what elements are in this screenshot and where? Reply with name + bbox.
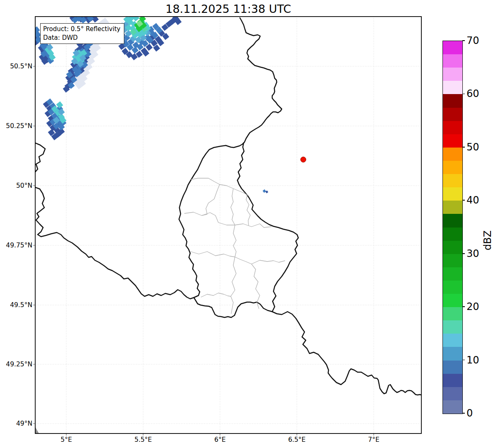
colorbar-segment [443, 160, 462, 174]
colorbar-segment [443, 187, 462, 201]
y-tick-label: 49.5°N [0, 301, 32, 309]
colorbar-segment [443, 360, 462, 374]
y-tick-label: 49.75°N [0, 242, 32, 249]
colorbar-segment [443, 147, 462, 161]
colorbar-tick-mark [462, 413, 465, 414]
colorbar-segment [443, 121, 462, 134]
colorbar-tick-mark [462, 40, 465, 41]
colorbar-segment [443, 201, 462, 214]
x-tick-label: 6.5°E [288, 436, 305, 443]
colorbar-segment [443, 174, 462, 188]
colorbar-segment [443, 240, 462, 254]
colorbar-segment [443, 41, 462, 55]
colorbar-segment [443, 107, 462, 121]
colorbar-segment [443, 334, 462, 347]
colorbar-tick-label: 0 [467, 407, 473, 419]
colorbar-segment [443, 267, 462, 281]
colorbar-tick-label: 40 [467, 194, 479, 206]
x-tick-label: 5°E [60, 436, 72, 443]
radar-figure: 18.11.2025 11:38 UTC [0, 0, 498, 448]
colorbar-tick-mark [462, 360, 465, 361]
y-tick-label: 49°N [0, 420, 32, 427]
colorbar-segment [443, 134, 462, 148]
colorbar-segment [443, 347, 462, 361]
colorbar-tick-label: 10 [467, 354, 479, 366]
colorbar [442, 41, 463, 414]
colorbar-tick-label: 60 [467, 88, 479, 99]
colorbar-tick-label: 50 [467, 141, 479, 153]
radar-site-marker [301, 157, 306, 162]
colorbar-segment [443, 227, 462, 241]
y-tick-label: 49.25°N [0, 361, 32, 368]
colorbar-tick-mark [462, 147, 465, 148]
y-tick-label: 50.25°N [0, 122, 32, 130]
colorbar-segment [443, 254, 462, 267]
colorbar-segment [443, 400, 462, 414]
colorbar-axis-label: dBZ [482, 230, 493, 250]
colorbar-segment [443, 294, 462, 308]
colorbar-segment [443, 387, 462, 400]
x-tick-label: 6°E [214, 436, 225, 443]
colorbar-tick-label: 20 [467, 301, 479, 312]
x-tick-label: 7°E [368, 436, 379, 443]
colorbar-segment [443, 280, 462, 294]
colorbar-segment [443, 307, 462, 321]
colorbar-segment [443, 214, 462, 228]
y-tick-label: 50.5°N [0, 63, 32, 70]
colorbar-segment [443, 54, 462, 68]
colorbar-segment [443, 81, 462, 94]
y-tick-label: 50°N [0, 182, 32, 189]
colorbar-tick-mark [462, 253, 465, 254]
x-tick-label: 5.5°E [134, 436, 152, 443]
map-plot [0, 0, 498, 448]
data-source-label: Data: DWD [43, 34, 121, 42]
colorbar-tick-mark [462, 306, 465, 307]
colorbar-segment [443, 94, 462, 108]
product-annotation-box: Product: 0.5° Reflectivity Data: DWD [40, 23, 124, 44]
product-label: Product: 0.5° Reflectivity [43, 25, 121, 34]
colorbar-tick-label: 30 [467, 248, 479, 259]
colorbar-tick-mark [462, 200, 465, 201]
colorbar-segment [443, 373, 462, 387]
colorbar-tick-mark [462, 94, 465, 94]
colorbar-segment [443, 320, 462, 334]
colorbar-segment [443, 68, 462, 81]
colorbar-tick-label: 70 [467, 35, 479, 46]
